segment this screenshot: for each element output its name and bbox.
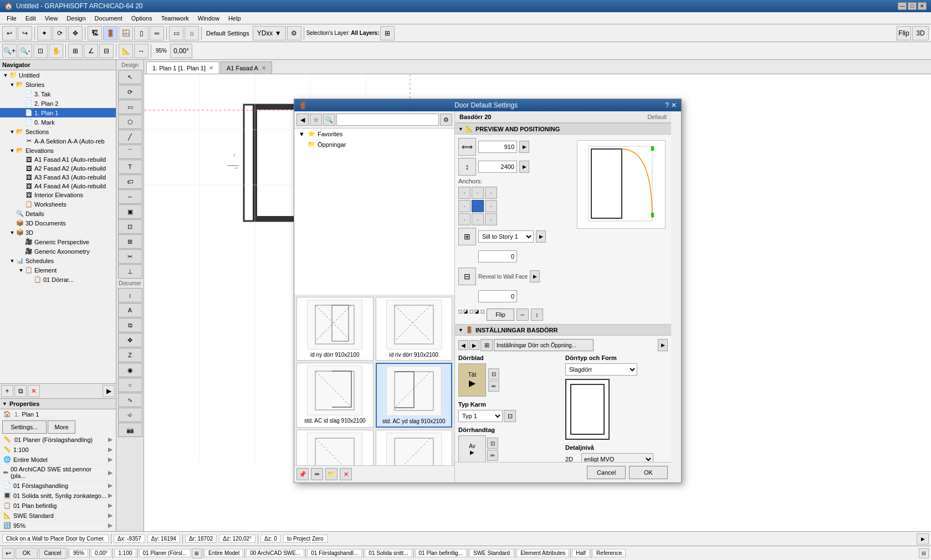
reveal-val-input[interactable] [478, 290, 517, 302]
tree-item-a3[interactable]: 🖼 A3 Fasad A3 (Auto-rebuild [0, 173, 116, 182]
select-button[interactable]: ✦ [37, 26, 52, 40]
tool-grid[interactable]: ⊞ [118, 234, 142, 249]
anchor-tl[interactable]: · [458, 187, 470, 199]
window-button[interactable]: 🪟 [119, 26, 133, 40]
prop-settings-btn[interactable]: Settings... [2, 420, 47, 434]
handtag-btn-1[interactable]: ⊡ [487, 438, 498, 449]
bottom-layer-icon[interactable]: ⊞ [192, 548, 202, 558]
tool-trim[interactable]: ✂ [118, 249, 142, 264]
anchor-ml[interactable]: · [458, 200, 470, 212]
tree-item-3ddocs[interactable]: 📦 3D Documents [0, 218, 116, 228]
tree-item-dorrar[interactable]: 📋 01 Dörrar... [0, 275, 116, 284]
grid-snap[interactable]: ⊞ [68, 44, 83, 58]
beam-button[interactable]: ═ [150, 26, 164, 40]
width-input[interactable] [478, 141, 517, 153]
tree-item-a2[interactable]: 🖼 A2 Fasad A2 (Auto-rebuild [0, 164, 116, 173]
tool-dim[interactable]: ↔ [118, 189, 142, 204]
menu-document[interactable]: Document [90, 14, 127, 23]
install-nav-prev[interactable]: ◀ [458, 340, 468, 350]
maximize-button[interactable]: □ [908, 2, 917, 10]
bottom-tool-1[interactable]: ↩ [2, 548, 14, 559]
tool-line[interactable]: ╱ [118, 130, 142, 144]
tool-spiro[interactable]: ꩜ [118, 408, 142, 422]
status-nav-btn[interactable]: ▶ [917, 533, 929, 544]
close-button[interactable]: ✕ [918, 2, 927, 10]
tree-item-interior[interactable]: 🖼 Interior Elevations [0, 191, 116, 199]
expand-panel-btn[interactable]: ▶ [103, 385, 115, 397]
flip-button-preview[interactable]: Flip [487, 309, 514, 321]
anchor-tc[interactable]: · [472, 187, 484, 199]
bottom-grid-btn[interactable]: ⊟ [919, 548, 929, 558]
column-button[interactable]: ▯ [134, 26, 149, 40]
tree-item-elevations[interactable]: ▼ 📂 Elevations [0, 146, 116, 155]
handtag-btn-2[interactable]: ✏ [487, 450, 498, 461]
door-item-1[interactable]: id ny dörr 910x2100 [296, 297, 374, 361]
menu-edit[interactable]: Edit [21, 14, 40, 23]
settings-icon[interactable]: ⚙ [287, 26, 301, 40]
door-tree-openings[interactable]: 📁 Öppningar [294, 139, 454, 150]
tool-move2[interactable]: ✥ [118, 333, 142, 347]
slab-button[interactable]: ▭ [169, 26, 183, 40]
3d-view[interactable]: 3D [912, 26, 929, 40]
tool-dim2[interactable]: ↕ [118, 288, 142, 302]
minimize-button[interactable]: — [898, 2, 907, 10]
prop-arrow-planb[interactable]: ▶ [108, 502, 112, 509]
sill-btn[interactable]: ▶ [536, 230, 546, 243]
tree-item-a4[interactable]: 🖼 A4 Fasad A4 (Auto-rebuild [0, 182, 116, 191]
tool-camera[interactable]: 📷 [118, 423, 142, 437]
swatch-btn-2[interactable]: ✏ [488, 381, 499, 392]
anchor-tr[interactable]: · [485, 187, 497, 199]
tree-item-aa[interactable]: ✂ A-A Sektion A-A (Auto-reb [0, 136, 116, 146]
tab-a1fasad[interactable]: A1 Fasad A ✕ [221, 61, 272, 74]
prop-arrow-scale[interactable]: ▶ [108, 436, 112, 443]
tree-item-axonometry[interactable]: 🎥 Generic Axonometry [0, 246, 116, 256]
zoom-in[interactable]: 🔍+ [2, 44, 17, 58]
door-material-swatch[interactable]: Tät ▶ [458, 363, 486, 397]
tool-rotate[interactable]: ⟳ [118, 85, 142, 99]
tool-arc[interactable]: ⌒ [118, 145, 142, 159]
prop-arrow-solid[interactable]: ▶ [108, 492, 112, 499]
fit-window[interactable]: ⊡ [33, 44, 48, 58]
door-item-4[interactable]: std. AC yd slag 910x2100 [376, 363, 453, 428]
dimension-tool[interactable]: ↔ [134, 44, 149, 58]
door-item-5[interactable]: dörr type 5 [296, 430, 374, 465]
mirror-v-btn[interactable]: ↕ [531, 309, 543, 321]
tree-item-perspective[interactable]: 🎥 Generic Perspective [0, 237, 116, 246]
door-tree[interactable]: ▼ ⭐ Favorites 📁 Öppningar [294, 129, 454, 295]
tree-area[interactable]: ▼ 📁 Untitled ▼ 📂 Stories 📄 3. Tak 📄 2. P… [0, 70, 116, 383]
tree-item-stories[interactable]: ▼ 📂 Stories [0, 80, 116, 89]
tool-split[interactable]: ⊥ [118, 264, 142, 279]
install-mode-btn[interactable]: ⊞ [480, 339, 493, 351]
install-settings-expand[interactable]: ▶ [658, 339, 668, 351]
tab-plan1-close[interactable]: ✕ [209, 65, 213, 71]
wall-button[interactable]: 🏗 [88, 26, 102, 40]
tree-item-element[interactable]: ▼ 📋 Element [0, 265, 116, 275]
menu-options[interactable]: Options [127, 14, 157, 23]
delete-view-btn[interactable]: ✕ [28, 385, 40, 397]
door-nav-back[interactable]: ◀ [296, 114, 309, 126]
menu-design[interactable]: Design [62, 14, 90, 23]
tree-item-mark[interactable]: 📄 0. Mark [0, 117, 116, 127]
height-btn[interactable]: ▶ [519, 161, 529, 173]
anchor-mr[interactable]: · [485, 200, 497, 212]
tool-label[interactable]: 🏷 [118, 174, 142, 189]
tree-item-tak[interactable]: 📄 3. Tak [0, 89, 116, 99]
tree-item-untitled[interactable]: ▼ 📁 Untitled [0, 70, 116, 80]
install-settings-btn[interactable]: Inställningar Dörr och Öppning... [494, 339, 594, 351]
tree-item-a1[interactable]: 🖼 A1 Fasad A1 (Auto-rebuild [0, 155, 116, 164]
door-item-6[interactable]: dörr type 6 [376, 430, 453, 465]
anchor-bc[interactable]: · [472, 213, 484, 225]
door-button[interactable]: 🚪 [103, 26, 117, 40]
swatch-btn-1[interactable]: ⊡ [488, 368, 499, 379]
tool-marker[interactable]: ◉ [118, 363, 142, 377]
door-tree-favorites[interactable]: ▼ ⭐ Favorites [294, 129, 454, 139]
tree-item-worksheets[interactable]: 📋 Worksheets [0, 199, 116, 209]
tree-item-plan2[interactable]: 📄 2. Plan 2 [0, 99, 116, 108]
section-preview-header[interactable]: ▼ 📐 PREVIEW AND POSITIONING [455, 123, 671, 135]
det-2d-select[interactable]: enligt MVO [581, 453, 653, 462]
tab-a1fasad-close[interactable]: ✕ [262, 65, 266, 71]
tool-arrow[interactable]: ↖ [118, 70, 142, 84]
door-dialog-help[interactable]: ? [665, 101, 669, 109]
pan-tool[interactable]: ✋ [49, 44, 63, 58]
tool-curve[interactable]: ∿ [118, 393, 142, 407]
